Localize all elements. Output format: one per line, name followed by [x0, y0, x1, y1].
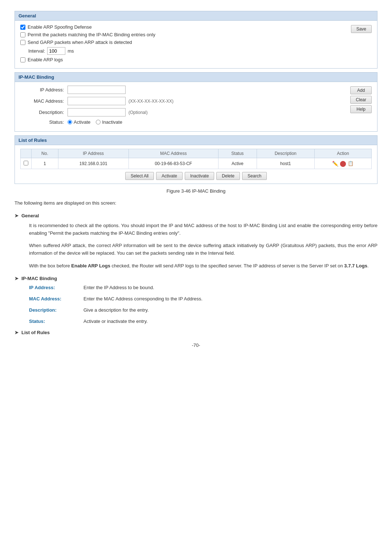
interval-input[interactable]: 100	[47, 47, 65, 55]
row-no: 1	[32, 158, 58, 169]
ip-address-label: IP Address:	[20, 87, 68, 93]
def-description: Description: Give a description for the …	[29, 307, 392, 313]
edit-icon[interactable]: ✏️	[332, 161, 338, 167]
ipmac-definitions: IP Address: Enter the IP Address to be b…	[29, 285, 392, 324]
row-status: Active	[219, 158, 257, 169]
list-of-rules-header: List of Rules	[15, 136, 377, 145]
add-button[interactable]: Add	[350, 86, 372, 94]
send-garp-checkbox[interactable]	[20, 40, 25, 45]
arrow-icon: ➤	[15, 213, 19, 218]
enable-arp-logs-label[interactable]: Enable ARP logs	[20, 57, 63, 62]
save-button-wrapper: Save	[344, 24, 372, 33]
def-status: Status: Activate or inactivate the entry…	[29, 319, 392, 324]
def-desc-mac: Enter the MAC Address corresponding to t…	[83, 296, 392, 301]
col-mac-address: MAC Address	[128, 149, 219, 158]
interval-unit: ms	[68, 48, 74, 54]
general-panel-header: General	[15, 11, 377, 21]
def-mac-address: MAC Address: Enter the MAC Address corre…	[29, 296, 392, 301]
def-desc-status: Activate or inactivate the entry.	[83, 319, 392, 324]
search-button[interactable]: Search	[242, 172, 267, 180]
col-status: Status	[219, 149, 257, 158]
general-para-3: With the box before Enable ARP Logs chec…	[29, 262, 377, 270]
list-of-rules-body: No. IP Address MAC Address Status Descri…	[15, 145, 377, 184]
description-hint: (Optional)	[128, 110, 148, 115]
arrow-icon-2: ➤	[15, 276, 19, 281]
def-term-status: Status:	[29, 319, 83, 324]
col-no: No.	[32, 149, 58, 158]
def-term-desc: Description:	[29, 307, 83, 313]
ip-mac-form: IP Address: MAC Address: (XX-XX-XX-XX-XX…	[20, 86, 343, 128]
enable-arp-spoofing-checkbox[interactable]	[20, 25, 25, 30]
move-icon[interactable]: 📋	[348, 161, 354, 166]
status-label: Status:	[20, 119, 68, 125]
mac-address-input[interactable]	[68, 97, 126, 105]
ip-address-input[interactable]	[68, 86, 126, 94]
table-row: 1 192.168.0.101 00-19-66-83-53-CF Active…	[21, 158, 372, 169]
description-label: Description:	[20, 110, 68, 115]
row-checkbox[interactable]	[24, 161, 28, 165]
interval-row: Interval: 100 ms	[28, 47, 155, 55]
general-para-1: It is recommended to check all the optio…	[29, 222, 377, 237]
description-row: Description: (Optional)	[20, 108, 343, 116]
inactivate-radio[interactable]	[96, 120, 101, 124]
def-term-mac: MAC Address:	[29, 296, 83, 301]
permit-packets-label[interactable]: Permit the packets matching the IP-MAC B…	[20, 32, 155, 37]
send-garp-label[interactable]: Send GARP packets when ARP attack is det…	[20, 40, 132, 45]
row-description: host1	[257, 158, 314, 169]
activate-label[interactable]: Activate	[68, 119, 90, 125]
row-action: ✏️ ⬤ 📋	[314, 158, 371, 169]
col-checkbox	[21, 149, 32, 158]
section-rules-title: List of Rules	[21, 330, 50, 335]
bottom-buttons: Select All Activate Inactivate Delete Se…	[20, 172, 372, 180]
mac-address-row: MAC Address: (XX-XX-XX-XX-XX-XX)	[20, 97, 343, 105]
def-term-ip: IP Address:	[29, 285, 83, 290]
intro-text: The following items are displayed on thi…	[15, 200, 377, 207]
def-desc-ip: Enter the IP Address to be bound.	[83, 285, 392, 290]
enable-arp-logs-checkbox[interactable]	[20, 57, 25, 62]
col-ip-address: IP Address	[58, 149, 128, 158]
activate-button[interactable]: Activate	[156, 172, 183, 180]
general-panel: General Enable ARP Spoofing Defense Perm…	[15, 11, 377, 69]
page-number: -70-	[15, 342, 377, 348]
ip-mac-binding-header: IP-MAC Binding	[15, 73, 377, 82]
section-ipmac-heading: ➤ IP-MAC Binding	[15, 276, 377, 281]
status-radio-group: Activate Inactivate	[68, 119, 122, 125]
col-action: Action	[314, 149, 371, 158]
select-all-button[interactable]: Select All	[125, 172, 154, 180]
rules-table: No. IP Address MAC Address Status Descri…	[20, 149, 372, 169]
interval-label: Interval:	[28, 48, 45, 54]
row-ip-address: 192.168.0.101	[58, 158, 128, 169]
section-general-title: General	[21, 213, 39, 218]
figure-caption: Figure 3-46 IP-MAC Binding	[15, 188, 377, 194]
row-mac-address: 00-19-66-83-53-CF	[128, 158, 219, 169]
save-button[interactable]: Save	[351, 25, 372, 33]
def-desc-description: Give a description for the entry.	[83, 307, 392, 313]
rules-table-header-row: No. IP Address MAC Address Status Descri…	[21, 149, 372, 158]
help-button[interactable]: Help	[350, 105, 372, 113]
status-row: Status: Activate Inactivate	[20, 119, 343, 125]
section-ipmac-title: IP-MAC Binding	[21, 276, 57, 281]
permit-packets-checkbox[interactable]	[20, 32, 25, 37]
mac-address-label: MAC Address:	[20, 98, 68, 104]
section-rules-heading: ➤ List of Rules	[15, 330, 377, 335]
section-general-heading: ➤ General	[15, 213, 377, 218]
arrow-icon-3: ➤	[15, 330, 19, 335]
enable-arp-spoofing-label[interactable]: Enable ARP Spoofing Defense	[20, 24, 92, 30]
clear-button[interactable]: Clear	[350, 96, 372, 104]
general-para-2: When suffered ARP attack, the correct AR…	[29, 242, 377, 257]
mac-address-hint: (XX-XX-XX-XX-XX-XX)	[128, 99, 173, 104]
inactivate-label[interactable]: Inactivate	[96, 119, 122, 125]
ip-mac-buttons: Add Clear Help	[343, 86, 372, 113]
circle-icon[interactable]: ⬤	[340, 160, 346, 167]
row-checkbox-cell[interactable]	[21, 158, 32, 169]
ip-address-row: IP Address:	[20, 86, 343, 94]
description-input[interactable]	[68, 108, 126, 116]
ip-mac-binding-panel: IP-MAC Binding IP Address: MAC Address: …	[15, 72, 377, 132]
col-description: Description	[257, 149, 314, 158]
def-ip-address: IP Address: Enter the IP Address to be b…	[29, 285, 392, 290]
list-of-rules-panel: List of Rules No. IP Address MAC Address…	[15, 135, 377, 184]
activate-radio[interactable]	[68, 120, 72, 124]
delete-button[interactable]: Delete	[216, 172, 240, 180]
general-checkboxes: Enable ARP Spoofing Defense Permit the p…	[20, 24, 155, 65]
inactivate-button[interactable]: Inactivate	[185, 172, 214, 180]
